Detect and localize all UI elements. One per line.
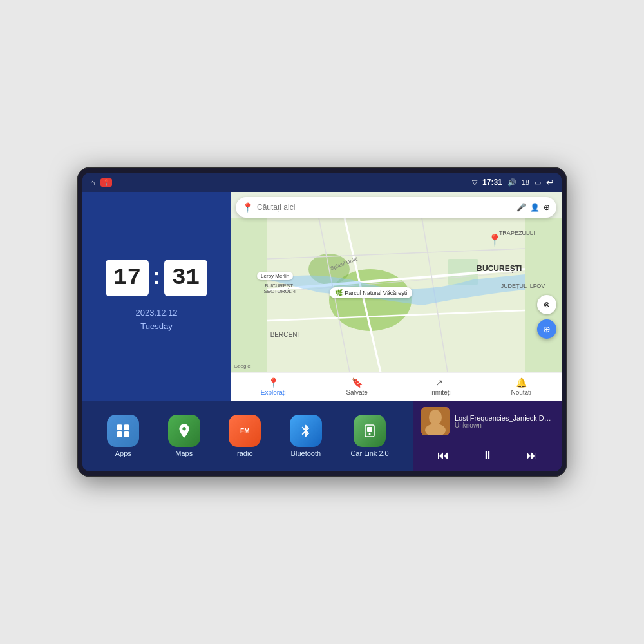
battery-level: 18 bbox=[522, 178, 529, 186]
clock-hours: 17 bbox=[106, 260, 149, 296]
app-icon-maps[interactable]: Maps bbox=[168, 415, 200, 457]
volume-icon: 🔊 bbox=[507, 178, 516, 187]
clock-minutes: 31 bbox=[164, 260, 207, 296]
parcul-badge: 🌿 Parcul Natural Văcărești bbox=[330, 287, 412, 298]
map-nav-send[interactable]: ↗ Trimiteți bbox=[428, 377, 451, 396]
svg-point-17 bbox=[369, 433, 371, 435]
leroy-badge: Leroy Merlin bbox=[257, 272, 293, 280]
apps-section: Apps Maps FM radio bbox=[82, 401, 413, 471]
map-nav-saved[interactable]: 🔖 Salvate bbox=[346, 377, 367, 396]
carlink-label: Car Link 2.0 bbox=[350, 450, 388, 457]
status-time: 17:31 bbox=[482, 178, 502, 187]
map-search-input[interactable]: Căutați aici bbox=[257, 203, 513, 212]
news-icon: 🔔 bbox=[516, 377, 527, 388]
map-search-bar[interactable]: 📍 Căutați aici 🎤 👤 ⊕ bbox=[236, 197, 556, 218]
saved-icon: 🔖 bbox=[352, 377, 363, 388]
window-icon[interactable]: ▭ bbox=[535, 178, 541, 187]
voice-search-icon[interactable]: 🎤 bbox=[516, 203, 526, 212]
trapezului-label: TRAPEZULUI bbox=[499, 230, 535, 236]
carlink-icon-circle bbox=[354, 415, 386, 447]
top-row: 17 : 31 2023.12.12 Tuesday 📍 Căutați aic… bbox=[82, 192, 562, 401]
map-nav-explore[interactable]: 📍 Explorați bbox=[261, 377, 286, 396]
music-album-face bbox=[421, 407, 450, 435]
apps-label: Apps bbox=[115, 450, 131, 457]
account-icon[interactable]: 👤 bbox=[530, 203, 540, 212]
location-pin: 📍 bbox=[488, 233, 502, 247]
bluetooth-icon-circle bbox=[290, 415, 322, 447]
map-body[interactable]: TRAPEZULUI BUCUREȘTI JUDEȚUL ILFOV BERCE… bbox=[231, 218, 562, 372]
sector4-label: BUCUREȘTI SECTORUL 4 bbox=[263, 283, 296, 294]
car-head-unit: ⌂ 📍 ▽ 17:31 🔊 18 ▭ ↩ 17 : bbox=[77, 167, 567, 477]
status-bar-left: ⌂ 📍 bbox=[90, 178, 112, 187]
explore-icon: 📍 bbox=[268, 377, 279, 388]
clock-widget: 17 : 31 2023.12.12 Tuesday bbox=[82, 192, 231, 401]
berceni-label: BERCENI bbox=[270, 331, 299, 338]
svg-rect-16 bbox=[367, 427, 372, 432]
svg-rect-13 bbox=[117, 431, 123, 437]
music-prev-button[interactable]: ⏮ bbox=[432, 446, 454, 465]
apps-icon-circle bbox=[107, 415, 139, 447]
back-icon[interactable]: ↩ bbox=[546, 177, 554, 187]
device-screen: ⌂ 📍 ▽ 17:31 🔊 18 ▭ ↩ 17 : bbox=[82, 173, 562, 471]
clock-display: 17 : 31 bbox=[106, 260, 207, 296]
svg-rect-11 bbox=[117, 424, 123, 430]
app-icon-carlink[interactable]: Car Link 2.0 bbox=[350, 415, 388, 457]
signal-icon: ▽ bbox=[472, 178, 477, 187]
radio-label: radio bbox=[237, 450, 252, 457]
music-next-button[interactable]: ⏭ bbox=[521, 446, 543, 465]
clock-colon: : bbox=[153, 263, 160, 290]
judet-label: JUDEȚUL ILFOV bbox=[501, 283, 545, 289]
music-play-pause-button[interactable]: ⏸ bbox=[477, 446, 498, 465]
maps-icon-circle bbox=[168, 415, 200, 447]
layers-icon[interactable]: ⊕ bbox=[544, 203, 550, 212]
music-info: Lost Frequencies_Janieck Devy-... Unknow… bbox=[455, 414, 554, 429]
parcul-label: Parcul Natural Văcărești bbox=[345, 290, 407, 296]
bottom-row: Apps Maps FM radio bbox=[82, 401, 562, 471]
app-icon-apps[interactable]: Apps bbox=[107, 415, 139, 457]
music-artist: Unknown bbox=[455, 422, 554, 429]
radio-icon-circle: FM bbox=[229, 415, 261, 447]
app-icon-radio[interactable]: FM radio bbox=[229, 415, 261, 457]
map-nav-news[interactable]: 🔔 Noutăți bbox=[511, 377, 531, 396]
music-controls: ⏮ ⏸ ⏭ bbox=[421, 446, 554, 465]
main-content: 17 : 31 2023.12.12 Tuesday 📍 Căutați aic… bbox=[82, 192, 562, 471]
music-top: Lost Frequencies_Janieck Devy-... Unknow… bbox=[421, 407, 554, 435]
map-widget[interactable]: 📍 Căutați aici 🎤 👤 ⊕ bbox=[231, 192, 562, 401]
send-icon: ↗ bbox=[435, 377, 443, 388]
map-recenter-button[interactable]: ⊕ bbox=[537, 319, 556, 339]
svg-point-19 bbox=[429, 410, 442, 425]
app-icon-bluetooth[interactable]: Bluetooth bbox=[290, 415, 322, 457]
maps-label: Maps bbox=[175, 450, 193, 457]
map-search-icon: 📍 bbox=[242, 202, 253, 213]
svg-rect-12 bbox=[124, 424, 129, 430]
status-bar-right: ▽ 17:31 🔊 18 ▭ ↩ bbox=[472, 177, 554, 187]
music-title: Lost Frequencies_Janieck Devy-... bbox=[455, 414, 554, 422]
status-bar: ⌂ 📍 ▽ 17:31 🔊 18 ▭ ↩ bbox=[82, 173, 562, 192]
clock-date: 2023.12.12 Tuesday bbox=[135, 307, 177, 334]
home-icon[interactable]: ⌂ bbox=[90, 178, 95, 187]
bluetooth-label: Bluetooth bbox=[291, 450, 321, 457]
music-album-art bbox=[421, 407, 450, 435]
svg-rect-14 bbox=[124, 431, 129, 437]
location-pin-icon[interactable]: 📍 bbox=[100, 178, 112, 187]
music-widget: Lost Frequencies_Janieck Devy-... Unknow… bbox=[413, 401, 562, 471]
bucuresti-label: BUCUREȘTI bbox=[477, 264, 522, 273]
map-layers-button[interactable]: ⊗ bbox=[537, 295, 556, 314]
google-watermark: Google bbox=[234, 363, 251, 369]
map-search-actions: 🎤 👤 ⊕ bbox=[516, 203, 550, 212]
map-bottom-bar: 📍 Explorați 🔖 Salvate ↗ Trimiteți 🔔 bbox=[231, 372, 562, 401]
